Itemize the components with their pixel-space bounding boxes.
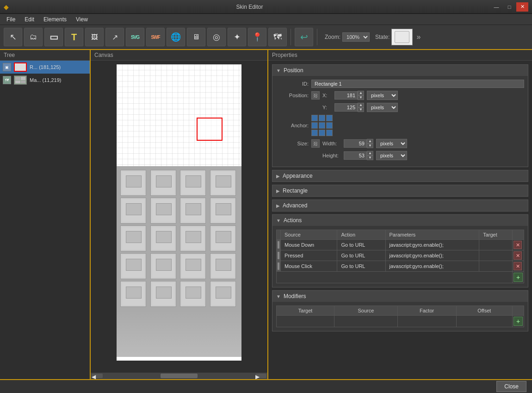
actions-target-0[interactable] <box>479 240 513 250</box>
advanced-section-header[interactable]: ▶ Advanced <box>272 200 528 211</box>
modifiers-section-header[interactable]: ▼ Modifiers <box>272 291 528 302</box>
anchor-bc[interactable] <box>319 130 325 136</box>
anchor-bl[interactable] <box>311 130 318 136</box>
height-up-btn[interactable]: ▲ <box>367 151 373 156</box>
undo-tool-button[interactable]: ↩ <box>295 28 313 46</box>
monitor-tool-button[interactable]: 🖥 <box>187 28 205 46</box>
circle-tool-button[interactable]: ◎ <box>207 28 226 46</box>
actions-row-2[interactable]: Mouse Click Go to URL javascript:gyro.en… <box>277 261 524 272</box>
swf-tool-button[interactable]: SWF <box>146 28 165 46</box>
anchor-tc[interactable] <box>319 115 325 121</box>
rectangle-section-header[interactable]: ▶ Rectangle <box>272 185 528 196</box>
actions-target-2[interactable] <box>479 261 513 272</box>
actions-action-1[interactable]: Go to URL <box>337 250 385 261</box>
position-link-icon[interactable]: ⛓ <box>311 91 320 100</box>
x-up-btn[interactable]: ▲ <box>358 91 364 95</box>
toolbar-expand-button[interactable]: » <box>414 33 422 41</box>
add-action-button[interactable]: + <box>513 273 523 282</box>
height-input[interactable] <box>344 151 367 160</box>
maximize-button[interactable]: □ <box>503 2 515 12</box>
folder-tool-button[interactable]: 🗂 <box>24 28 43 46</box>
menu-view[interactable]: View <box>71 15 93 24</box>
actions-row-0[interactable]: Mouse Down Go to URL javascript:gyro.ena… <box>277 240 524 250</box>
actions-action-0[interactable]: Go to URL <box>337 240 385 250</box>
anchor-ml[interactable] <box>311 122 318 129</box>
anchor-mc[interactable] <box>319 122 325 129</box>
menu-file[interactable]: File <box>2 15 20 24</box>
width-unit-select[interactable]: pixels percent <box>376 139 407 148</box>
actions-source-2[interactable]: Mouse Click <box>281 261 337 272</box>
y-unit-select[interactable]: pixels percent <box>367 103 398 112</box>
select-tool-button[interactable]: ↖ <box>4 28 22 46</box>
cursor-tool-button[interactable]: ↗ <box>105 28 124 46</box>
anchor-tl[interactable] <box>311 115 318 121</box>
x-down-btn[interactable]: ▼ <box>358 95 364 100</box>
actions-params-2[interactable]: javascript:gyro.enable(); <box>385 261 479 272</box>
actions-section: ▼ Actions Source Action Parameters Targe… <box>272 214 528 287</box>
id-row: ID: <box>276 80 524 88</box>
anchor-br[interactable] <box>326 130 333 136</box>
position-section-header[interactable]: ▼ Position <box>272 65 528 76</box>
canvas-inner <box>117 64 241 361</box>
canvas-scrollbar-h[interactable]: ◀ ▶ <box>91 373 267 379</box>
actions-source-1[interactable]: Pressed <box>281 250 337 261</box>
width-spinner-btns: ▲ ▼ <box>367 139 373 148</box>
anchor-tr[interactable] <box>326 115 333 121</box>
menu-elements[interactable]: Elements <box>39 15 71 24</box>
text-tool-button[interactable]: T <box>65 28 83 46</box>
canvas-scrollbar-thumb[interactable] <box>161 374 198 378</box>
delete-action-2[interactable]: ✕ <box>513 262 522 270</box>
delete-action-1[interactable]: ✕ <box>513 251 522 260</box>
actions-params-1[interactable]: javascript:gyro.enable(); <box>385 250 479 261</box>
compass-tool-button[interactable]: ✦ <box>228 28 246 46</box>
menu-edit[interactable]: Edit <box>20 15 39 24</box>
canvas-img-cell <box>180 225 206 251</box>
delete-action-0[interactable]: ✕ <box>513 241 522 249</box>
rect-tool-button[interactable]: ▭ <box>44 28 63 46</box>
svg-tool-button[interactable]: SVG <box>126 28 144 46</box>
y-input[interactable] <box>334 103 358 112</box>
x-spinner: ▲ ▼ <box>334 91 364 100</box>
actions-params-0[interactable]: javascript:gyro.enable(); <box>385 240 479 250</box>
actions-row-1[interactable]: Pressed Go to URL javascript:gyro.enable… <box>277 250 524 261</box>
tree-item-map[interactable]: 🗺 Ma... (11,219) <box>0 74 90 87</box>
height-row: Height: ▲ ▼ pixels percent <box>276 151 524 160</box>
x-input[interactable] <box>334 91 358 100</box>
map-tool-button[interactable]: 🗺 <box>268 28 287 46</box>
width-input[interactable] <box>344 139 367 148</box>
zoom-select[interactable]: 50% 75% 100% 125% 150% 200% <box>342 32 370 42</box>
canvas-area[interactable] <box>91 61 267 373</box>
position-row: Position: ⛓ X: ▲ ▼ pixels percen <box>276 91 524 100</box>
actions-action-2[interactable]: Go to URL <box>337 261 385 272</box>
state-preview[interactable] <box>391 29 413 45</box>
y-up-btn[interactable]: ▲ <box>358 103 364 107</box>
image-tool-button[interactable]: 🖼 <box>85 28 104 46</box>
id-input[interactable] <box>311 80 524 88</box>
width-down-btn[interactable]: ▼ <box>367 143 373 148</box>
tree-thumb-map <box>14 75 27 85</box>
close-button[interactable]: Close <box>496 381 526 392</box>
rectangle-section-label: Rectangle <box>283 187 308 194</box>
scrollbar-right-btn[interactable]: ▶ <box>255 374 266 378</box>
close-window-button[interactable]: ✕ <box>516 2 528 12</box>
width-up-btn[interactable]: ▲ <box>367 139 373 143</box>
height-down-btn[interactable]: ▼ <box>367 156 373 160</box>
anchor-mr[interactable] <box>326 122 333 129</box>
actions-col-parameters: Parameters <box>385 230 479 240</box>
actions-section-header[interactable]: ▼ Actions <box>272 215 528 226</box>
actions-source-0[interactable]: Mouse Down <box>281 240 337 250</box>
tree-item-icon-rect: ▣ <box>3 63 11 71</box>
pin-tool-button[interactable]: 📍 <box>248 28 266 46</box>
y-down-btn[interactable]: ▼ <box>358 107 364 112</box>
x-unit-select[interactable]: pixels percent <box>367 91 398 100</box>
add-modifier-button[interactable]: + <box>513 317 523 326</box>
globe-tool-button[interactable]: 🌐 <box>167 28 185 46</box>
tree-item-rect[interactable]: ▣ R... (181,125) <box>0 61 90 74</box>
height-unit-select[interactable]: pixels percent <box>376 151 407 160</box>
canvas-selected-rect[interactable] <box>197 118 223 141</box>
actions-target-1[interactable] <box>479 250 513 261</box>
appearance-section-header[interactable]: ▶ Appearance <box>272 170 528 181</box>
size-link-icon[interactable]: ⛓ <box>311 139 320 148</box>
minimize-button[interactable]: — <box>490 2 502 12</box>
scrollbar-left-btn[interactable]: ◀ <box>92 374 103 378</box>
